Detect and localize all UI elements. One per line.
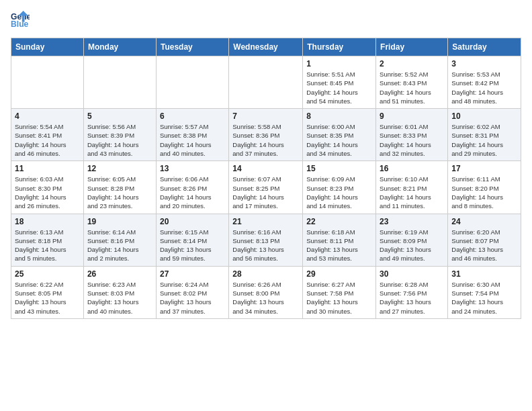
day-number: 18 bbox=[15, 217, 80, 226]
calendar-header-row: SundayMondayTuesdayWednesdayThursdayFrid… bbox=[11, 38, 521, 56]
weekday-header: Tuesday bbox=[156, 38, 228, 56]
day-info: Sunrise: 6:00 AM Sunset: 8:35 PM Dayligh… bbox=[306, 122, 372, 158]
day-info: Sunrise: 5:52 AM Sunset: 8:43 PM Dayligh… bbox=[380, 70, 444, 105]
calendar-cell: 18Sunrise: 6:13 AM Sunset: 8:18 PM Dayli… bbox=[11, 214, 84, 266]
day-info: Sunrise: 6:03 AM Sunset: 8:30 PM Dayligh… bbox=[15, 175, 80, 210]
day-number: 27 bbox=[160, 269, 225, 279]
day-number: 28 bbox=[232, 269, 299, 279]
calendar-cell: 11Sunrise: 6:03 AM Sunset: 8:30 PM Dayli… bbox=[11, 161, 84, 214]
calendar-cell: 13Sunrise: 6:06 AM Sunset: 8:26 PM Dayli… bbox=[156, 161, 228, 214]
calendar-cell bbox=[11, 56, 84, 109]
calendar-cell: 10Sunrise: 6:02 AM Sunset: 8:31 PM Dayli… bbox=[448, 109, 521, 161]
day-info: Sunrise: 6:01 AM Sunset: 8:33 PM Dayligh… bbox=[380, 122, 444, 158]
calendar-cell: 14Sunrise: 6:07 AM Sunset: 8:25 PM Dayli… bbox=[229, 161, 303, 214]
calendar-cell: 22Sunrise: 6:18 AM Sunset: 8:11 PM Dayli… bbox=[303, 214, 376, 266]
day-number: 4 bbox=[15, 111, 80, 121]
calendar-cell: 1Sunrise: 5:51 AM Sunset: 8:45 PM Daylig… bbox=[303, 56, 376, 109]
day-info: Sunrise: 6:23 AM Sunset: 8:03 PM Dayligh… bbox=[87, 280, 152, 316]
calendar: SundayMondayTuesdayWednesdayThursdayFrid… bbox=[11, 38, 521, 319]
day-number: 17 bbox=[451, 164, 517, 173]
day-number: 30 bbox=[380, 269, 444, 279]
day-number: 15 bbox=[306, 164, 372, 173]
calendar-cell: 6Sunrise: 5:57 AM Sunset: 8:38 PM Daylig… bbox=[156, 109, 228, 161]
calendar-cell: 7Sunrise: 5:58 AM Sunset: 8:36 PM Daylig… bbox=[229, 109, 303, 161]
calendar-cell: 30Sunrise: 6:28 AM Sunset: 7:56 PM Dayli… bbox=[376, 266, 448, 318]
day-info: Sunrise: 6:14 AM Sunset: 8:16 PM Dayligh… bbox=[87, 228, 152, 263]
day-number: 11 bbox=[15, 164, 80, 173]
day-number: 13 bbox=[160, 164, 225, 173]
calendar-cell: 29Sunrise: 6:27 AM Sunset: 7:58 PM Dayli… bbox=[303, 266, 376, 318]
day-info: Sunrise: 5:56 AM Sunset: 8:39 PM Dayligh… bbox=[87, 122, 152, 158]
day-number: 5 bbox=[87, 111, 152, 121]
day-info: Sunrise: 6:07 AM Sunset: 8:25 PM Dayligh… bbox=[232, 175, 299, 210]
day-info: Sunrise: 6:30 AM Sunset: 7:54 PM Dayligh… bbox=[451, 280, 517, 316]
svg-text:Blue: Blue bbox=[11, 19, 29, 29]
day-info: Sunrise: 6:09 AM Sunset: 8:23 PM Dayligh… bbox=[306, 175, 372, 210]
day-number: 8 bbox=[306, 111, 372, 121]
day-number: 7 bbox=[232, 111, 299, 121]
calendar-week-row: 18Sunrise: 6:13 AM Sunset: 8:18 PM Dayli… bbox=[11, 214, 521, 266]
calendar-cell: 9Sunrise: 6:01 AM Sunset: 8:33 PM Daylig… bbox=[376, 109, 448, 161]
calendar-cell: 21Sunrise: 6:16 AM Sunset: 8:13 PM Dayli… bbox=[229, 214, 303, 266]
day-number: 6 bbox=[160, 111, 225, 121]
day-info: Sunrise: 6:13 AM Sunset: 8:18 PM Dayligh… bbox=[15, 228, 80, 263]
day-number: 1 bbox=[306, 59, 372, 68]
day-number: 26 bbox=[87, 269, 152, 279]
day-number: 24 bbox=[451, 217, 517, 226]
day-info: Sunrise: 6:05 AM Sunset: 8:28 PM Dayligh… bbox=[87, 175, 152, 210]
calendar-cell: 31Sunrise: 6:30 AM Sunset: 7:54 PM Dayli… bbox=[448, 266, 521, 318]
logo: General Blue bbox=[11, 11, 34, 30]
calendar-cell: 2Sunrise: 5:52 AM Sunset: 8:43 PM Daylig… bbox=[376, 56, 448, 109]
day-info: Sunrise: 6:06 AM Sunset: 8:26 PM Dayligh… bbox=[160, 175, 225, 210]
day-info: Sunrise: 5:53 AM Sunset: 8:42 PM Dayligh… bbox=[451, 70, 517, 105]
calendar-cell: 19Sunrise: 6:14 AM Sunset: 8:16 PM Dayli… bbox=[83, 214, 156, 266]
calendar-week-row: 25Sunrise: 6:22 AM Sunset: 8:05 PM Dayli… bbox=[11, 266, 521, 318]
day-number: 14 bbox=[232, 164, 299, 173]
day-number: 31 bbox=[451, 269, 517, 279]
day-number: 21 bbox=[232, 217, 299, 226]
day-info: Sunrise: 5:58 AM Sunset: 8:36 PM Dayligh… bbox=[232, 122, 299, 158]
calendar-cell: 27Sunrise: 6:24 AM Sunset: 8:02 PM Dayli… bbox=[156, 266, 228, 318]
calendar-cell: 16Sunrise: 6:10 AM Sunset: 8:21 PM Dayli… bbox=[376, 161, 448, 214]
day-info: Sunrise: 6:24 AM Sunset: 8:02 PM Dayligh… bbox=[160, 280, 225, 316]
day-info: Sunrise: 5:51 AM Sunset: 8:45 PM Dayligh… bbox=[306, 70, 372, 105]
calendar-cell: 15Sunrise: 6:09 AM Sunset: 8:23 PM Dayli… bbox=[303, 161, 376, 214]
weekday-header: Wednesday bbox=[229, 38, 303, 56]
calendar-cell: 17Sunrise: 6:11 AM Sunset: 8:20 PM Dayli… bbox=[448, 161, 521, 214]
day-info: Sunrise: 6:02 AM Sunset: 8:31 PM Dayligh… bbox=[451, 122, 517, 158]
weekday-header: Saturday bbox=[448, 38, 521, 56]
calendar-cell: 3Sunrise: 5:53 AM Sunset: 8:42 PM Daylig… bbox=[448, 56, 521, 109]
day-info: Sunrise: 6:26 AM Sunset: 8:00 PM Dayligh… bbox=[232, 280, 299, 316]
weekday-header: Thursday bbox=[303, 38, 376, 56]
calendar-cell: 23Sunrise: 6:19 AM Sunset: 8:09 PM Dayli… bbox=[376, 214, 448, 266]
day-number: 25 bbox=[15, 269, 80, 279]
day-number: 19 bbox=[87, 217, 152, 226]
weekday-header: Sunday bbox=[11, 38, 84, 56]
calendar-week-row: 4Sunrise: 5:54 AM Sunset: 8:41 PM Daylig… bbox=[11, 109, 521, 161]
calendar-cell: 26Sunrise: 6:23 AM Sunset: 8:03 PM Dayli… bbox=[83, 266, 156, 318]
day-number: 16 bbox=[380, 164, 444, 173]
day-info: Sunrise: 5:54 AM Sunset: 8:41 PM Dayligh… bbox=[15, 122, 80, 158]
calendar-cell: 28Sunrise: 6:26 AM Sunset: 8:00 PM Dayli… bbox=[229, 266, 303, 318]
calendar-cell: 8Sunrise: 6:00 AM Sunset: 8:35 PM Daylig… bbox=[303, 109, 376, 161]
calendar-cell bbox=[156, 56, 228, 109]
calendar-week-row: 1Sunrise: 5:51 AM Sunset: 8:45 PM Daylig… bbox=[11, 56, 521, 109]
calendar-cell: 12Sunrise: 6:05 AM Sunset: 8:28 PM Dayli… bbox=[83, 161, 156, 214]
day-info: Sunrise: 6:10 AM Sunset: 8:21 PM Dayligh… bbox=[380, 175, 444, 210]
day-info: Sunrise: 6:28 AM Sunset: 7:56 PM Dayligh… bbox=[380, 280, 444, 316]
calendar-week-row: 11Sunrise: 6:03 AM Sunset: 8:30 PM Dayli… bbox=[11, 161, 521, 214]
day-number: 10 bbox=[451, 111, 517, 121]
header: General Blue bbox=[11, 11, 521, 30]
day-number: 20 bbox=[160, 217, 225, 226]
day-number: 29 bbox=[306, 269, 372, 279]
day-info: Sunrise: 6:18 AM Sunset: 8:11 PM Dayligh… bbox=[306, 228, 372, 263]
day-number: 2 bbox=[380, 59, 444, 68]
calendar-cell: 20Sunrise: 6:15 AM Sunset: 8:14 PM Dayli… bbox=[156, 214, 228, 266]
logo-icon: General Blue bbox=[11, 11, 30, 30]
day-number: 23 bbox=[380, 217, 444, 226]
day-info: Sunrise: 6:16 AM Sunset: 8:13 PM Dayligh… bbox=[232, 228, 299, 263]
day-info: Sunrise: 6:20 AM Sunset: 8:07 PM Dayligh… bbox=[451, 228, 517, 263]
day-number: 12 bbox=[87, 164, 152, 173]
calendar-cell bbox=[229, 56, 303, 109]
day-number: 3 bbox=[451, 59, 517, 68]
